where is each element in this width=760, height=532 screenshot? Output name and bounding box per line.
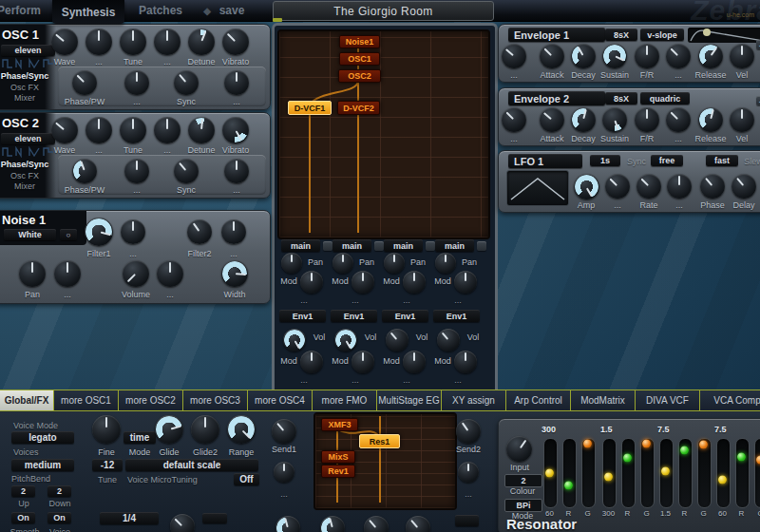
- res-g3-slider-1[interactable]: [659, 438, 674, 508]
- tab-more-osc4[interactable]: more OSC4: [247, 390, 313, 411]
- ch1-pan-mod-knob[interactable]: [300, 271, 323, 294]
- bend-down-value[interactable]: 2: [48, 485, 71, 497]
- res-g1-slider-3[interactable]: [581, 438, 596, 508]
- noise-filter1-mod-knob[interactable]: [121, 219, 145, 244]
- noise-pan-mod-knob[interactable]: [54, 260, 81, 287]
- env2-vel-knob[interactable]: [730, 107, 754, 132]
- bus-select-2[interactable]: main: [332, 239, 371, 252]
- osc1-wave-knob[interactable]: [51, 28, 78, 55]
- patch-name-display[interactable]: The Giorgio Room: [273, 1, 494, 21]
- noise-filter2-knob[interactable]: [187, 219, 212, 244]
- glide2-knob[interactable]: [191, 415, 219, 444]
- resonator-input-knob[interactable]: [506, 436, 532, 462]
- fx-knob-2[interactable]: [320, 516, 345, 532]
- osc1-sync-mod-knob[interactable]: [224, 70, 249, 95]
- noise-mode-button[interactable]: ○: [60, 229, 77, 240]
- ch4-pan-knob[interactable]: [435, 253, 456, 274]
- osc2-phasepw-knob[interactable]: [72, 159, 97, 183]
- osc2-wave-mod-knob[interactable]: [86, 117, 112, 143]
- bus-select-1[interactable]: main: [281, 239, 320, 252]
- bus-button-1[interactable]: [323, 241, 332, 251]
- ch4-vol-knob[interactable]: [437, 329, 460, 352]
- ch1-env-select[interactable]: Env1: [279, 310, 326, 322]
- noise-volume-mod-knob[interactable]: [157, 260, 183, 287]
- ch1-vol-mod-knob[interactable]: [300, 351, 323, 373]
- scale-select[interactable]: default scale: [125, 459, 258, 471]
- tab-global-fx[interactable]: Global/FX: [0, 390, 54, 411]
- lfo1-mode-select[interactable]: free: [651, 155, 683, 166]
- send1-knob[interactable]: [272, 419, 296, 444]
- osc2-tab-mixer[interactable]: Mixer: [0, 181, 56, 191]
- fine-knob[interactable]: [92, 415, 121, 444]
- env2-release-knob[interactable]: [698, 107, 723, 132]
- osc2-tune-knob[interactable]: [120, 117, 146, 143]
- ch3-env-select[interactable]: Env1: [382, 310, 428, 322]
- osc1-tab-mixer[interactable]: Mixer: [0, 93, 56, 103]
- osc1-phasepw-knob[interactable]: [72, 70, 97, 95]
- tab-arp-control[interactable]: Arp Control: [505, 390, 571, 411]
- osc1-sync-knob[interactable]: [174, 70, 199, 95]
- env1-release-knob[interactable]: [698, 44, 723, 68]
- env1-attack-knob[interactable]: [540, 44, 564, 68]
- env2-mod-knob[interactable]: [666, 107, 691, 132]
- res-g3-slider-2[interactable]: [678, 438, 693, 508]
- res-g2-slider-3[interactable]: [640, 438, 655, 508]
- tab-more-fmo[interactable]: more FMO: [312, 390, 377, 411]
- ch2-vol-knob[interactable]: [334, 329, 357, 352]
- fx-module-res1[interactable]: Res1: [359, 434, 400, 448]
- range-knob[interactable]: [227, 415, 256, 444]
- res-g3-slider-3[interactable]: [697, 438, 712, 508]
- resonator-colour-value[interactable]: 2: [504, 474, 542, 487]
- osc1-phasepw-mod-knob[interactable]: [124, 70, 149, 95]
- osc2-sync-mod-knob[interactable]: [224, 159, 249, 183]
- env2-sustain-knob[interactable]: [602, 107, 627, 132]
- lfo1-phase-knob[interactable]: [700, 174, 725, 199]
- env2-attack-knob[interactable]: [540, 107, 564, 132]
- swing-knob[interactable]: [170, 514, 195, 532]
- fx-module-rev1[interactable]: Rev1: [321, 465, 355, 478]
- osc1-tab-phase-sync[interactable]: Phase/Sync: [0, 71, 56, 81]
- fx-module-mixs[interactable]: MixS: [321, 450, 355, 464]
- env1-sustain-knob[interactable]: [602, 44, 627, 68]
- tab-more-osc3[interactable]: more OSC3: [182, 390, 248, 411]
- bus-button-3[interactable]: [426, 241, 435, 251]
- lfo1-speed-select[interactable]: fast: [706, 155, 738, 166]
- tab-xy-assign[interactable]: XY assign: [441, 390, 506, 411]
- noise-filter1-knob[interactable]: [85, 218, 113, 246]
- res-g1-slider-1[interactable]: [543, 438, 558, 508]
- resonator-mode-value[interactable]: BPi: [504, 499, 542, 512]
- env1-curve-display[interactable]: [688, 28, 760, 43]
- env2-decay-knob[interactable]: [571, 107, 596, 132]
- bus-select-3[interactable]: main: [384, 239, 423, 252]
- env2-mode-select[interactable]: 8sX: [605, 92, 637, 104]
- module-osc1[interactable]: OSC1: [339, 52, 380, 66]
- osc1-wave-mod-knob[interactable]: [86, 28, 112, 55]
- tune-value[interactable]: -12: [92, 459, 123, 471]
- ch4-pan-mod-knob[interactable]: [454, 271, 477, 294]
- ch2-pan-knob[interactable]: [332, 253, 353, 274]
- module-osc2[interactable]: OSC2: [338, 69, 381, 83]
- res-g4-slider-1[interactable]: [716, 438, 731, 508]
- toggle-on-2[interactable]: On: [48, 512, 71, 523]
- lfo1-wave-display[interactable]: [506, 170, 569, 206]
- osc1-vibrato-knob[interactable]: [222, 28, 249, 55]
- lfo1-rate-knob[interactable]: [636, 174, 661, 199]
- noise1-preset-select[interactable]: White: [4, 229, 56, 240]
- noise-pan-knob[interactable]: [19, 260, 46, 287]
- lfo1-delay-knob[interactable]: [732, 174, 756, 199]
- res-g4-slider-2[interactable]: [735, 438, 750, 508]
- clock-select[interactable]: 1/4: [100, 512, 159, 524]
- menu-save[interactable]: save: [213, 0, 251, 21]
- module-dvcf2[interactable]: D-VCF2: [337, 101, 380, 115]
- osc2-tune-mod-knob[interactable]: [154, 117, 180, 143]
- ch1-vol-knob[interactable]: [283, 329, 306, 352]
- env1-mode-select[interactable]: 8sX: [605, 28, 637, 41]
- env1-mod-knob[interactable]: [666, 44, 691, 68]
- glide-mode-select[interactable]: time: [124, 431, 156, 444]
- ch2-pan-mod-knob[interactable]: [352, 271, 374, 294]
- res-g2-slider-2[interactable]: [621, 438, 636, 508]
- ch3-pan-knob[interactable]: [384, 253, 405, 274]
- env1-fr-knob[interactable]: [635, 44, 659, 68]
- res-g4-slider-3[interactable]: [754, 438, 760, 508]
- osc2-vibrato-knob[interactable]: [222, 117, 249, 143]
